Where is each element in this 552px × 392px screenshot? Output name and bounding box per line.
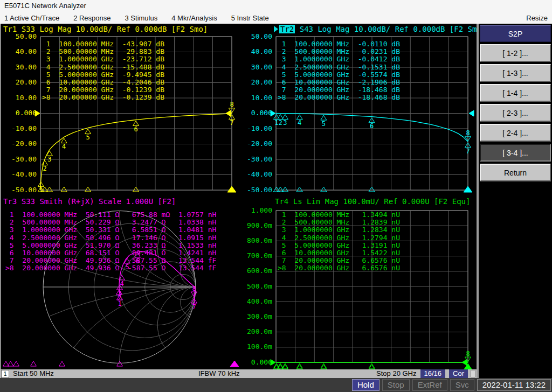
- bottom-status-bar: Hold Stop ExtRef Svc 2022-01-11 13:22: [0, 378, 552, 392]
- window-title: E5071C Network Analyzer: [0, 0, 552, 12]
- softkey-s2p[interactable]: S2P: [480, 25, 551, 42]
- svg-text:-50.00: -50.00: [247, 186, 272, 194]
- softkey-3-4[interactable]: [ 3-4 ]...: [480, 144, 551, 162]
- svg-text:600.0m: 600.0m: [247, 267, 272, 275]
- marker-table-tr2: 1 100.00000 MHz -0.0110 dB 2 500.00000 M…: [278, 40, 400, 102]
- svg-text:3: 3: [47, 156, 51, 163]
- svg-text:5: 5: [322, 120, 326, 128]
- softkey-menu: S2P [ 1-2 ]... [ 1-3 ]... [ 1-4 ]... [ 2…: [477, 24, 552, 378]
- marker-row: 6 10.000000 GHz 68.151 Ω 89.481 Ω 1.4241…: [5, 249, 216, 257]
- marker-table-tr3: 1 100.00000 MHz 50.111 Ω 675.88 mΩ 1.075…: [5, 211, 216, 272]
- marker-row: 7 20.000000 GHz -18.468 dB: [278, 86, 400, 94]
- svg-text:40.00: 40.00: [16, 47, 37, 55]
- svg-text:2: 2: [278, 119, 282, 127]
- marker-row: 1 100.00000 MHz 50.111 Ω 675.88 mΩ 1.075…: [5, 211, 216, 219]
- marker-row: 3 1.0000000 GHz 50.331 Ω 6.5851 Ω 1.0481…: [5, 226, 216, 234]
- resize-button[interactable]: Resize: [526, 14, 548, 22]
- marker-row: >8 20.000000 GHz -0.1239 dB: [42, 94, 164, 101]
- svg-text:8: 8: [466, 129, 470, 137]
- svg-text:-30.00: -30.00: [247, 155, 272, 163]
- marker-row: 1 100.00000 MHz 1.3494 nU: [278, 211, 400, 219]
- svg-text:700.0m: 700.0m: [247, 251, 272, 260]
- svg-text:6: 6: [370, 122, 374, 130]
- trace3-label: Tr3: [3, 197, 17, 206]
- marker-row: 6 10.000000 GHz 1.5422 nU: [278, 249, 400, 257]
- svg-text:0.000: 0.000: [251, 358, 272, 366]
- marker-row: 7 20.000000 GHz 6.6576 nU: [278, 257, 400, 264]
- trace1-label: Tr1: [3, 25, 17, 33]
- trace3-header[interactable]: Tr3 S33 Smith (R+jX) Scale 1.000U [F2]: [3, 197, 176, 206]
- svg-text:20.00: 20.00: [251, 78, 272, 86]
- svg-text:7: 7: [230, 119, 233, 127]
- active-trace-arrow-icon: [274, 26, 278, 32]
- softkey-2-4[interactable]: [ 2-4 ]...: [480, 124, 551, 142]
- marker-row: 7 20.000000 GHz -0.1239 dB: [42, 86, 164, 94]
- svg-text:0.000: 0.000: [251, 109, 272, 117]
- correction-badge: Cor: [449, 369, 468, 378]
- marker-row: 1 100.00000 MHz -43.907 dB: [42, 40, 164, 48]
- svg-text:900.0m: 900.0m: [247, 221, 272, 229]
- softkey-1-4[interactable]: [ 1-4 ]...: [480, 84, 551, 102]
- marker-row: >8 20.000000 GHz 49.936 Ω -587.55 Ω 13.5…: [5, 264, 216, 272]
- svg-text:8: 8: [192, 285, 196, 292]
- menu-active-ch-trace[interactable]: 1 Active Ch/Trace: [4, 14, 59, 22]
- svg-text:6: 6: [134, 125, 137, 133]
- marker-row: 5 5.0000000 GHz -0.5574 dB: [278, 71, 400, 79]
- svg-text:5: 5: [86, 134, 89, 141]
- svc-indicator: Svc: [450, 379, 474, 391]
- svg-text:30.00: 30.00: [251, 63, 272, 71]
- marker-row: 7 20.000000 GHz 49.936 Ω -587.55 Ω 13.54…: [5, 257, 216, 264]
- marker-row: 5 5.0000000 GHz -9.4945 dB: [42, 71, 164, 79]
- trace4-header-text: Ls Lin Mag 100.0mU/ Ref 0.000U [F2 Equ]: [288, 197, 470, 206]
- svg-text:2: 2: [43, 165, 46, 172]
- softkey-2-3[interactable]: [ 2-3 ]...: [480, 104, 551, 122]
- softkey-return[interactable]: Return: [480, 164, 551, 181]
- svg-text:3: 3: [118, 290, 121, 297]
- instrument-screen: 50.0040.0030.0020.0010.000.000-10.00-20.…: [0, 24, 477, 378]
- menu-stimulus[interactable]: 3 Stimulus: [125, 14, 158, 22]
- svg-text:50.00: 50.00: [251, 32, 272, 40]
- trace1-header[interactable]: Tr1 S33 Log Mag 10.00dB/ Ref 0.000dB [F2…: [3, 25, 208, 33]
- menu-mkr-analysis[interactable]: 4 Mkr/Analysis: [171, 14, 217, 22]
- svg-text:8: 8: [466, 350, 470, 358]
- svg-text:0.000: 0.000: [16, 109, 37, 117]
- trace1-header-text: S33 Log Mag 10.00dB/ Ref 0.000dB [F2 Smo…: [17, 25, 208, 33]
- ifbw-label: IFBW 70 kHz: [198, 369, 240, 378]
- start-frequency-label: Start 50 MHz: [13, 369, 54, 378]
- hold-indicator[interactable]: Hold: [352, 379, 380, 391]
- svg-text:4: 4: [120, 280, 123, 288]
- trace2-header[interactable]: Tr2 S43 Log Mag 10.00dB/ Ref 0.000dB [F2…: [274, 25, 486, 33]
- datetime-display: 2022-01-11 13:22: [477, 379, 551, 391]
- marker-row: 5 5.0000000 GHz 1.3191 nU: [278, 242, 400, 249]
- marker-row: 3 1.0000000 GHz 1.2834 nU: [278, 226, 400, 234]
- svg-text:8: 8: [230, 101, 233, 108]
- marker-row: 2 500.00000 MHz -29.883 dB: [42, 48, 164, 55]
- svg-text:-40.00: -40.00: [247, 170, 272, 178]
- stop-indicator: Stop: [382, 379, 410, 391]
- marker-row: 2 500.00000 MHz 1.2839 nU: [278, 219, 400, 226]
- svg-text:-50.00: -50.00: [11, 186, 37, 194]
- svg-text:1: 1: [39, 186, 43, 194]
- app-window: E5071C Network Analyzer 1 Active Ch/Trac…: [0, 0, 552, 392]
- svg-text:4: 4: [298, 119, 301, 127]
- svg-text:-20.00: -20.00: [247, 139, 272, 148]
- trace4-header[interactable]: Tr4 Ls Lin Mag 100.0mU/ Ref 0.000U [F2 E…: [275, 197, 470, 206]
- marker-row: 4 2.5000000 GHz -0.1531 dB: [278, 64, 400, 71]
- svg-text:500.0m: 500.0m: [247, 282, 272, 290]
- menu-response[interactable]: 2 Response: [73, 14, 111, 22]
- menu-instr-state[interactable]: 5 Instr State: [231, 14, 269, 22]
- svg-text:-10.00: -10.00: [247, 124, 272, 132]
- marker-row: >8 20.000000 GHz -18.468 dB: [278, 94, 400, 101]
- softkey-1-2[interactable]: [ 1-2 ]...: [480, 44, 551, 62]
- marker-row: 3 1.0000000 GHz -23.712 dB: [42, 55, 164, 63]
- stop-frequency-label: Stop 20 GHz: [376, 369, 416, 378]
- points-badge: 16/16: [420, 369, 446, 378]
- trace2-header-text: S43 Log Mag 10.00dB/ Ref 0.000dB [F2 Smo…: [295, 25, 486, 33]
- menu-bar: 1 Active Ch/Trace 2 Response 3 Stimulus …: [0, 12, 552, 24]
- marker-row: 3 1.0000000 GHz -0.0412 dB: [278, 55, 400, 63]
- trace4-label: Tr4: [275, 197, 288, 206]
- svg-text:30.00: 30.00: [16, 63, 37, 71]
- marker-row: 4 2.5000000 GHz -15.488 dB: [42, 64, 164, 71]
- marker-row: 4 2.5000000 GHz 1.2794 nU: [278, 234, 400, 242]
- softkey-1-3[interactable]: [ 1-3 ]...: [480, 64, 551, 82]
